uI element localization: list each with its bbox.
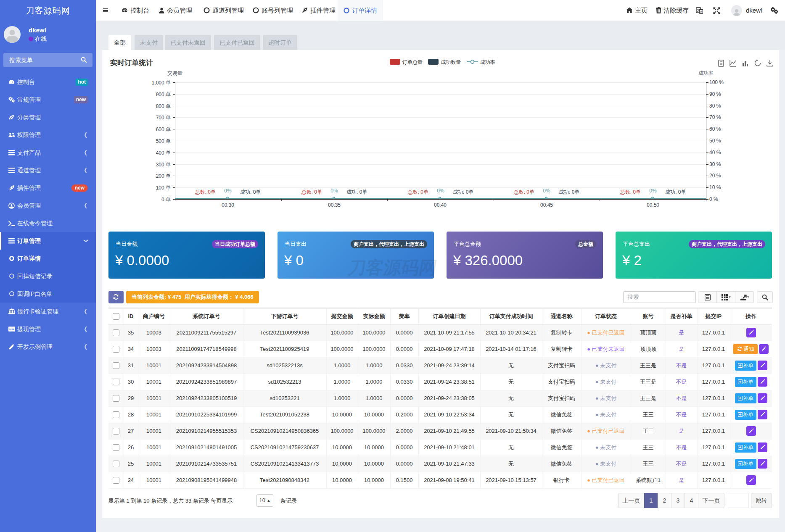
svg-text:VISA: VISA	[9, 328, 15, 331]
